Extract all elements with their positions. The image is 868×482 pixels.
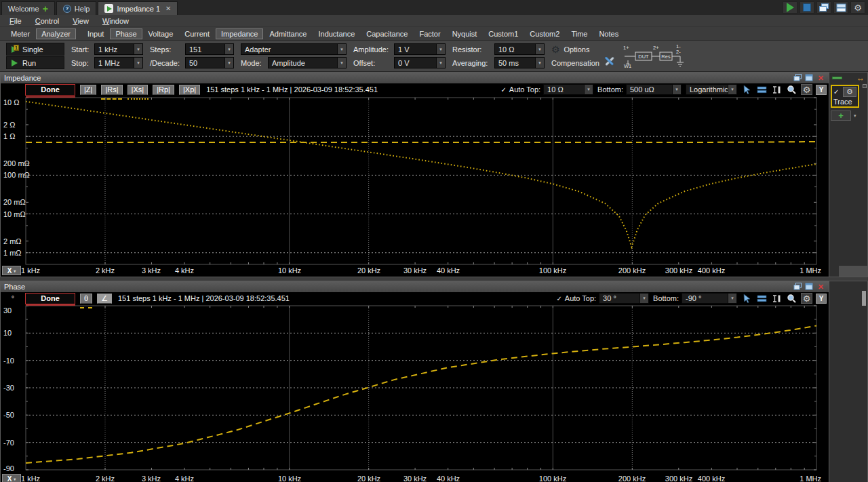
y-axis-label: -90 <box>3 464 14 473</box>
trace-item-selected[interactable]: ✓ ⚙ Trace <box>831 85 859 108</box>
dropdown-arrow-icon[interactable]: ▾ <box>854 113 856 119</box>
view-tab-impedance[interactable]: Impedance <box>216 28 263 39</box>
trace-gear-icon[interactable]: ⚙ <box>843 87 856 97</box>
run-button[interactable]: Run <box>6 56 64 69</box>
markers-icon[interactable] <box>756 84 768 95</box>
settings-button[interactable]: ⚙ <box>850 1 865 14</box>
x-axis-button[interactable]: X▾ <box>2 474 21 482</box>
top-value-dropdown[interactable]: 10 Ω ▾ <box>543 84 593 95</box>
single-button[interactable]: 1 Single <box>6 43 64 56</box>
view-tab-meter[interactable]: Meter <box>5 28 35 39</box>
scale-dropdown[interactable]: Logarithmic ▾ <box>686 84 737 95</box>
top-value-dropdown[interactable]: 30 ° ▾ <box>599 293 649 304</box>
y-axis-label: 1 mΩ <box>3 249 22 257</box>
resistor-dropdown[interactable]: 10 Ω▾ <box>494 43 545 55</box>
close-icon[interactable]: ✕ <box>818 74 824 83</box>
offset-dropdown[interactable]: 0 V▾ <box>394 57 446 68</box>
dropdown-value: 10 Ω <box>495 45 535 54</box>
view-tab-current[interactable]: Current <box>179 28 215 39</box>
menu-file[interactable]: File <box>3 17 28 25</box>
view-tab-factor[interactable]: Factor <box>414 28 446 39</box>
run-button[interactable] <box>783 1 797 14</box>
tile-button[interactable] <box>833 1 848 14</box>
done-button[interactable]: Done <box>25 84 75 96</box>
view-tab-voltage[interactable]: Voltage <box>143 28 179 39</box>
options-row[interactable]: ⚙ Options <box>551 43 615 56</box>
menu-view[interactable]: View <box>66 17 96 25</box>
menu-control[interactable]: Control <box>28 17 66 25</box>
trace-button-xp[interactable]: |Xp| <box>179 85 200 95</box>
restore-icon[interactable] <box>793 283 802 292</box>
averaging-dropdown[interactable]: 50 ms▾ <box>494 57 545 68</box>
zoom-icon[interactable] <box>786 293 797 304</box>
tab-impedance-1[interactable]: Impedance 1✕ <box>98 1 178 15</box>
phase-title-bar[interactable]: Phase ✕ <box>1 281 829 292</box>
trace-visible-checkbox[interactable]: ✓ <box>833 88 839 96</box>
impedance-title-bar[interactable]: Impedance ✕ <box>1 73 829 83</box>
auto-top-checkbox[interactable]: ✓ <box>556 295 561 302</box>
amplitude-dropdown[interactable]: 1 V▾ <box>394 43 446 55</box>
view-tab-phase[interactable]: Phase <box>110 28 142 39</box>
impedance-chart[interactable]: 10 Ω2 Ω1 Ω200 mΩ100 mΩ20 mΩ10 mΩ2 mΩ1 mΩ <box>1 96 829 265</box>
stop-button[interactable] <box>800 1 814 14</box>
panel-handle-icon[interactable] <box>863 84 867 88</box>
mode-dropdown[interactable]: Amplitude▾ <box>268 57 347 68</box>
axis-fit-icon[interactable] <box>771 84 783 95</box>
trace-button-rs[interactable]: |Rs| <box>101 85 122 95</box>
view-tab-admittance[interactable]: Admittance <box>264 28 312 39</box>
tab-label: Welcome <box>8 5 39 13</box>
collapse-icon[interactable] <box>832 77 842 79</box>
view-tab-input[interactable]: Input <box>82 28 109 39</box>
steps-dropdown[interactable]: 151▾ <box>185 43 234 55</box>
stop-dropdown[interactable]: 1 MHz▾ <box>94 57 143 68</box>
compensation-row[interactable]: Compensation <box>551 56 615 69</box>
view-tab-capacitance[interactable]: Capacitance <box>361 28 413 39</box>
view-tab-custom1[interactable]: Custom1 <box>483 28 524 39</box>
view-tab-nyquist[interactable]: Nyquist <box>447 28 483 39</box>
maximize-icon[interactable] <box>805 74 813 83</box>
auto-top-checkbox[interactable]: ✓ <box>500 86 506 94</box>
y-axis-button[interactable]: Y <box>816 85 827 95</box>
tab-help[interactable]: ?Help <box>56 1 97 15</box>
zoom-icon[interactable] <box>786 84 797 95</box>
maximize-icon[interactable] <box>805 283 813 292</box>
view-tab-inductance[interactable]: Inductance <box>313 28 360 39</box>
expand-arrows-icon[interactable]: ↔ <box>856 75 865 81</box>
trace-button-item[interactable]: θ <box>80 294 92 304</box>
trace-button-item[interactable]: ∠ <box>97 294 112 304</box>
x-axis-button[interactable]: X▾ <box>2 266 21 275</box>
axis-fit-icon[interactable] <box>771 293 783 304</box>
view-tab-notes[interactable]: Notes <box>593 28 624 39</box>
y-axis-button[interactable]: Y <box>816 294 827 304</box>
phase-chart[interactable]: 3010-10-30-50-70-90 <box>1 304 829 473</box>
bottom-value-dropdown[interactable]: 500 uΩ ▾ <box>626 84 682 95</box>
decade-dropdown[interactable]: 50▾ <box>185 57 234 68</box>
view-tab-custom2[interactable]: Custom2 <box>524 28 565 39</box>
gear-icon[interactable]: ⚙ <box>801 84 812 95</box>
cascade-button[interactable] <box>816 1 831 14</box>
tab-close-icon[interactable]: ✕ <box>165 5 171 12</box>
menu-window[interactable]: Window <box>96 17 136 25</box>
cursor-icon[interactable] <box>741 293 753 304</box>
tab-welcome[interactable]: Welcome+ <box>1 1 55 15</box>
close-icon[interactable]: ✕ <box>818 283 824 292</box>
restore-icon[interactable] <box>793 74 802 83</box>
markers-icon[interactable] <box>756 293 768 304</box>
trace-button-xs[interactable]: |Xs| <box>127 85 149 95</box>
scrollbar-thumb[interactable] <box>862 291 866 306</box>
done-button[interactable]: Done <box>25 293 75 304</box>
cursor-icon[interactable] <box>741 84 753 95</box>
svg-text:2+: 2+ <box>653 45 659 51</box>
chart-tool-icons: ⚙ <box>741 293 812 304</box>
adapter-dropdown[interactable]: Adapter▾ <box>241 43 347 55</box>
panel-title: Phase <box>4 283 25 291</box>
auto-top-label: Auto Top: <box>565 294 596 302</box>
view-tab-analyzer[interactable]: Analyzer <box>36 28 76 39</box>
add-trace-button[interactable]: + <box>831 111 851 121</box>
gear-icon[interactable]: ⚙ <box>801 293 812 304</box>
trace-button-z[interactable]: |Z| <box>80 85 96 95</box>
start-dropdown[interactable]: 1 kHz▾ <box>94 43 143 55</box>
trace-button-rp[interactable]: |Rp| <box>153 85 174 95</box>
bottom-value-dropdown[interactable]: -90 ° ▾ <box>682 293 737 304</box>
view-tab-time[interactable]: Time <box>566 28 593 39</box>
